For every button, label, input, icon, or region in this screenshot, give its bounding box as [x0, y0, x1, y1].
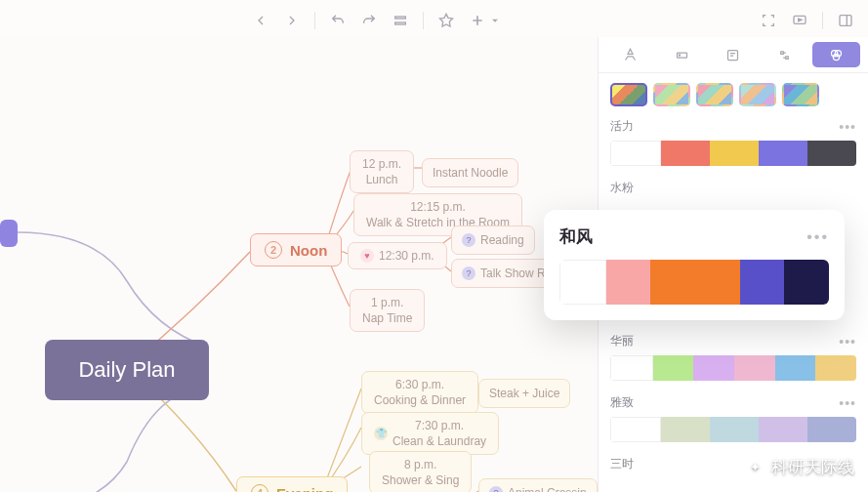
leaf-node[interactable]: 1 p.m.Nap Time [350, 289, 425, 332]
palette-title: 雅致 [610, 394, 634, 411]
leaf-node[interactable]: ?Animal Crossin [478, 478, 598, 492]
question-icon: ? [462, 266, 475, 280]
branch-number: 2 [265, 241, 282, 259]
branch-noon[interactable]: 2 Noon [250, 233, 342, 266]
branch-stub[interactable] [0, 220, 18, 247]
main-toolbar [0, 4, 868, 37]
palette-title: 活力 [610, 118, 634, 135]
leaf-node[interactable]: 8 p.m.Shower & Sing [369, 451, 472, 492]
svg-rect-0 [395, 17, 406, 19]
tab-style[interactable] [812, 42, 860, 67]
tab-format[interactable] [606, 42, 654, 67]
svg-point-9 [833, 54, 839, 60]
palette-swatches[interactable] [610, 417, 856, 442]
divider [822, 12, 823, 29]
palette-section: 华丽••• [599, 329, 868, 390]
mindmap-canvas[interactable]: Daily Plan 2 Noon 12 p.m.Lunch Instant N… [0, 37, 598, 492]
palette-section: 水粉 [599, 176, 868, 212]
star-button[interactable] [432, 7, 461, 34]
redo-button[interactable] [354, 7, 384, 34]
undo-button[interactable] [323, 7, 352, 34]
toolbar-left [246, 7, 502, 34]
leaf-node[interactable]: 12 p.m.Lunch [350, 150, 414, 193]
leaf-node[interactable]: 👕7:30 p.m.Clean & Laundray [361, 412, 499, 455]
palette-more[interactable]: ••• [839, 334, 856, 349]
svg-point-5 [679, 54, 680, 55]
leaf-node[interactable]: ?Reading [451, 226, 535, 255]
palette-section: 雅致••• [599, 390, 868, 452]
toolbar-right [754, 7, 860, 34]
theme-chip[interactable] [696, 83, 733, 106]
present-button[interactable] [785, 7, 814, 34]
svg-rect-3 [840, 16, 851, 26]
theme-chip[interactable] [739, 83, 776, 106]
popup-title: 和风 [559, 226, 593, 248]
question-icon: ? [462, 233, 475, 247]
fit-button[interactable] [754, 7, 783, 34]
add-dropdown[interactable] [488, 7, 502, 34]
leaf-node[interactable]: Steak + Juice [478, 379, 570, 408]
leaf-node[interactable]: 6:30 p.m.Cooking & Dinner [361, 371, 478, 414]
tab-skeleton[interactable] [658, 42, 706, 67]
branch-evening[interactable]: 4 Evening [236, 476, 348, 492]
popup-swatches[interactable] [559, 260, 829, 305]
palette-title: 华丽 [610, 333, 634, 349]
theme-presets [599, 73, 868, 114]
popup-more-button[interactable]: ••• [806, 228, 829, 246]
panel-tabs [599, 37, 868, 73]
sidebar-toggle[interactable] [831, 7, 860, 34]
outline-button[interactable] [386, 7, 415, 34]
root-node[interactable]: Daily Plan [45, 340, 209, 400]
branch-number: 4 [251, 484, 269, 492]
shirt-icon: 👕 [374, 427, 388, 440]
theme-chip[interactable] [782, 83, 819, 106]
branch-label: Evening [276, 485, 333, 493]
palette-swatches[interactable] [610, 141, 856, 166]
back-button[interactable] [246, 7, 275, 34]
divider [314, 12, 315, 29]
palette-section: 活力••• [599, 114, 868, 176]
palette-more[interactable]: ••• [839, 119, 856, 135]
heart-icon: ♥ [360, 249, 374, 263]
theme-chip[interactable] [610, 83, 647, 106]
palette-title: 水粉 [610, 180, 634, 196]
theme-chip[interactable] [653, 83, 690, 106]
watermark: ✦ 科研天际线 [744, 456, 854, 478]
palette-title: 三时 [610, 456, 634, 472]
tab-notes[interactable] [710, 42, 758, 67]
palette-popup: 和风 ••• [544, 210, 845, 320]
question-icon: ? [489, 486, 503, 492]
forward-button[interactable] [277, 7, 307, 34]
divider [423, 12, 424, 29]
palette-more[interactable]: ••• [839, 395, 856, 411]
branch-label: Noon [290, 242, 327, 259]
wechat-icon: ✦ [744, 457, 765, 478]
tab-relation[interactable] [761, 42, 808, 67]
leaf-node[interactable]: ♥12:30 p.m. [348, 242, 447, 269]
palette-swatches[interactable] [610, 355, 856, 381]
svg-rect-1 [395, 22, 406, 24]
leaf-node[interactable]: Instant Noodle [422, 158, 518, 187]
